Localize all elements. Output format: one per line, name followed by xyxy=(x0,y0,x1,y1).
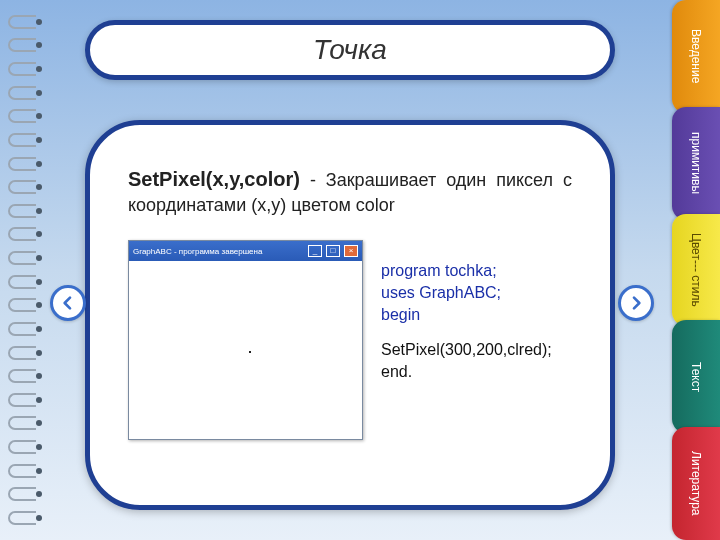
tab-text[interactable]: Текст xyxy=(672,320,720,433)
page-title: Точка xyxy=(313,34,387,66)
code-line: program tochka; xyxy=(381,260,552,282)
content-card: SetPixel(x,y,color) - Закрашивает один п… xyxy=(85,120,615,510)
tab-primitives[interactable]: примитивы xyxy=(672,107,720,220)
function-description: SetPixel(x,y,color) - Закрашивает один п… xyxy=(128,165,572,218)
close-icon: × xyxy=(344,245,358,257)
page-title-container: Точка xyxy=(85,20,615,80)
tab-literature[interactable]: Литература xyxy=(672,427,720,540)
prev-button[interactable] xyxy=(50,285,86,321)
chevron-left-icon xyxy=(60,295,76,311)
tab-label: Литература xyxy=(689,451,703,516)
pixel-dot xyxy=(249,351,251,353)
code-line: end. xyxy=(381,361,552,383)
tab-label: примитивы xyxy=(689,132,703,194)
tab-color-style[interactable]: Цвет--- стиль xyxy=(672,214,720,327)
code-line: begin xyxy=(381,304,552,326)
program-screenshot: GraphABC - программа завершена _ □ × xyxy=(128,240,363,440)
window-titlebar: GraphABC - программа завершена _ □ × xyxy=(129,241,362,261)
code-line: SetPixel(300,200,clred); xyxy=(381,339,552,361)
tab-intro[interactable]: Введение xyxy=(672,0,720,113)
chevron-right-icon xyxy=(628,295,644,311)
tab-label: Цвет--- стиль xyxy=(689,233,703,307)
tab-label: Текст xyxy=(689,362,703,392)
code-sample: program tochka; uses GraphABC; begin Set… xyxy=(381,240,552,440)
function-name: SetPixel(x,y,color) xyxy=(128,168,300,190)
side-tabs: Введение примитивы Цвет--- стиль Текст Л… xyxy=(672,0,720,540)
spiral-binding xyxy=(8,10,48,530)
tab-label: Введение xyxy=(689,29,703,83)
maximize-icon: □ xyxy=(326,245,340,257)
window-title: GraphABC - программа завершена xyxy=(133,247,304,256)
window-body xyxy=(129,261,362,439)
minimize-icon: _ xyxy=(308,245,322,257)
next-button[interactable] xyxy=(618,285,654,321)
code-line: uses GraphABC; xyxy=(381,282,552,304)
